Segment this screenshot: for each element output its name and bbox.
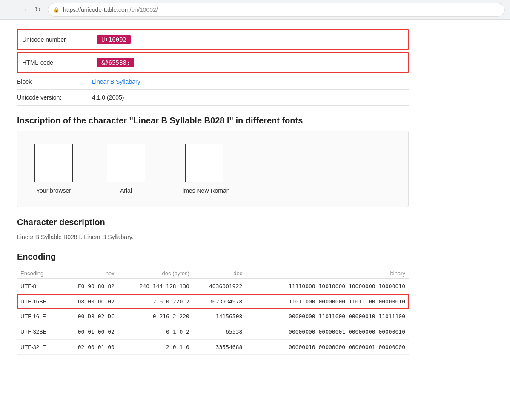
- encoding-value: 4036001922: [193, 279, 246, 294]
- encoding-value: 240 144 128 130: [118, 279, 193, 294]
- col-binary: binary: [246, 269, 409, 279]
- encoding-value: 0 1 0 2: [118, 324, 193, 340]
- col-encoding: Encoding: [17, 269, 60, 279]
- encoding-value: D8 00 DC 02: [60, 294, 118, 309]
- lock-icon: 🔒: [53, 7, 60, 13]
- encoding-table-header: Encoding hex dec (bytes) dec binary: [17, 269, 409, 279]
- block-row: Block Linear B Syllabary: [17, 74, 409, 90]
- encoding-value: 65538: [193, 324, 246, 340]
- page-content: Unicode number U+10002 HTML-code &#65538…: [0, 20, 426, 363]
- address-path: /en/10002/: [129, 6, 158, 13]
- address-bar[interactable]: 🔒 https://unicode-table.com/en/10002/: [48, 3, 505, 17]
- font-sample-times: Times New Roman: [179, 144, 230, 194]
- encoding-value: 00000010 00000000 00000001 00000000: [246, 340, 409, 355]
- col-dec-bytes: dec (bytes): [118, 269, 193, 279]
- table-row: UTF-32BE00 01 00 020 1 0 26553800000000 …: [17, 324, 409, 340]
- char-box-times: [185, 144, 223, 182]
- block-value-link[interactable]: Linear B Syllabary: [92, 78, 140, 85]
- forward-button[interactable]: →: [19, 5, 29, 15]
- encoding-table: Encoding hex dec (bytes) dec binary UTF-…: [17, 269, 409, 355]
- char-box-arial: [107, 144, 145, 182]
- encoding-table-body: UTF-8F0 90 80 82240 144 128 130403600192…: [17, 279, 409, 355]
- font-arial-label: Arial: [120, 187, 132, 194]
- html-code-value: &#65538;: [97, 58, 134, 67]
- encoding-name: UTF-32LE: [17, 340, 60, 355]
- encoding-value: 216 0 220 2: [118, 294, 193, 309]
- encoding-value: 11011000 00000000 11011100 00000010: [246, 294, 409, 309]
- unicode-number-value: U+10002: [97, 35, 131, 44]
- encoding-name: UTF-16BE: [17, 294, 60, 309]
- unicode-number-row: Unicode number U+10002: [17, 29, 409, 50]
- font-preview-container: Your browser Arial Times New Roman: [17, 131, 409, 207]
- unicode-number-label: Unicode number: [22, 36, 90, 43]
- col-dec: dec: [193, 269, 246, 279]
- unicode-version-label: Unicode version:: [17, 94, 85, 101]
- encoding-name: UTF-8: [17, 279, 60, 294]
- encoding-value: F0 90 80 82: [60, 279, 118, 294]
- browser-chrome: ← → ↻ 🔒 https://unicode-table.com/en/100…: [0, 0, 510, 20]
- encoding-value: 2 0 1 0: [118, 340, 193, 355]
- encoding-heading: Encoding: [17, 252, 409, 262]
- encoding-value: 00 D8 02 DC: [60, 309, 118, 324]
- encoding-value: 11110000 10010000 10000000 10000010: [246, 279, 409, 294]
- encoding-value: 02 00 01 00: [60, 340, 118, 355]
- table-row: UTF-8F0 90 80 82240 144 128 130403600192…: [17, 279, 409, 294]
- font-section-heading: Inscription of the character "Linear B S…: [17, 116, 409, 126]
- col-hex: hex: [60, 269, 118, 279]
- encoding-value: 0 216 2 220: [118, 309, 193, 324]
- char-desc-text: Linear B Syllable B028 I. Linear B Sylla…: [17, 232, 409, 242]
- unicode-version-value: 4.1.0 (2005): [92, 94, 124, 101]
- reload-button[interactable]: ↻: [32, 5, 43, 15]
- encoding-name: UTF-16LE: [17, 309, 60, 324]
- address-text: https://unicode-table.com/en/10002/: [63, 6, 499, 13]
- font-sample-arial: Arial: [107, 144, 145, 194]
- encoding-value: 00 01 00 02: [60, 324, 118, 340]
- table-row: UTF-16LE00 D8 02 DC0 216 2 2201415650800…: [17, 309, 409, 324]
- encoding-name: UTF-32BE: [17, 324, 60, 340]
- char-box-browser: [34, 144, 73, 182]
- table-row: UTF-16BED8 00 DC 02216 0 220 23623934978…: [17, 294, 409, 309]
- table-row: UTF-32LE02 00 01 002 0 1 033554688000000…: [17, 340, 409, 355]
- address-domain: https://unicode-table.com: [63, 6, 129, 13]
- html-code-label: HTML-code: [22, 59, 90, 66]
- nav-buttons: ← → ↻: [5, 5, 43, 15]
- font-browser-label: Your browser: [36, 187, 71, 194]
- encoding-value: 33554688: [193, 340, 246, 355]
- char-desc-heading: Character description: [17, 217, 409, 227]
- font-times-label: Times New Roman: [179, 187, 230, 194]
- encoding-value: 00000000 11011000 00000010 11011100: [246, 309, 409, 324]
- html-code-row: HTML-code &#65538;: [17, 52, 409, 73]
- encoding-value: 14156508: [193, 309, 246, 324]
- encoding-value: 00000000 00000001 00000000 00000010: [246, 324, 409, 340]
- block-label: Block: [17, 78, 85, 85]
- encoding-value: 3623934978: [193, 294, 246, 309]
- unicode-version-row: Unicode version: 4.1.0 (2005): [17, 90, 409, 106]
- back-button[interactable]: ←: [5, 5, 15, 15]
- font-sample-browser: Your browser: [34, 144, 73, 194]
